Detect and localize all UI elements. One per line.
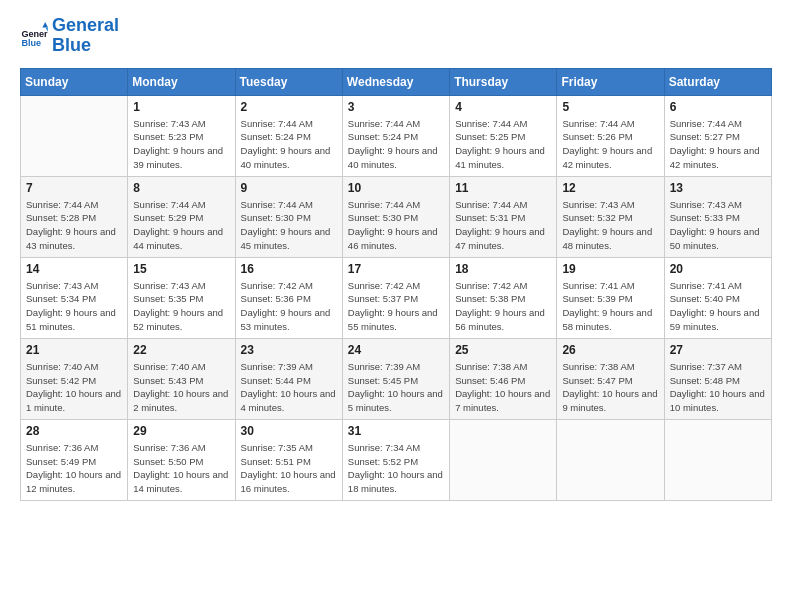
day-info: Sunrise: 7:39 AMSunset: 5:45 PMDaylight:…	[348, 360, 444, 415]
calendar-cell	[557, 419, 664, 500]
col-header-friday: Friday	[557, 68, 664, 95]
svg-marker-2	[42, 22, 48, 28]
calendar-cell: 28Sunrise: 7:36 AMSunset: 5:49 PMDayligh…	[21, 419, 128, 500]
calendar-cell: 22Sunrise: 7:40 AMSunset: 5:43 PMDayligh…	[128, 338, 235, 419]
col-header-wednesday: Wednesday	[342, 68, 449, 95]
day-info: Sunrise: 7:38 AMSunset: 5:46 PMDaylight:…	[455, 360, 551, 415]
day-number: 21	[26, 343, 122, 357]
svg-text:Blue: Blue	[21, 38, 41, 48]
calendar-cell: 5Sunrise: 7:44 AMSunset: 5:26 PMDaylight…	[557, 95, 664, 176]
day-number: 7	[26, 181, 122, 195]
calendar-cell: 20Sunrise: 7:41 AMSunset: 5:40 PMDayligh…	[664, 257, 771, 338]
calendar-cell: 15Sunrise: 7:43 AMSunset: 5:35 PMDayligh…	[128, 257, 235, 338]
calendar-cell: 4Sunrise: 7:44 AMSunset: 5:25 PMDaylight…	[450, 95, 557, 176]
calendar-cell: 10Sunrise: 7:44 AMSunset: 5:30 PMDayligh…	[342, 176, 449, 257]
calendar-cell: 11Sunrise: 7:44 AMSunset: 5:31 PMDayligh…	[450, 176, 557, 257]
day-info: Sunrise: 7:42 AMSunset: 5:38 PMDaylight:…	[455, 279, 551, 334]
calendar-cell: 24Sunrise: 7:39 AMSunset: 5:45 PMDayligh…	[342, 338, 449, 419]
day-number: 31	[348, 424, 444, 438]
calendar-week-row: 21Sunrise: 7:40 AMSunset: 5:42 PMDayligh…	[21, 338, 772, 419]
calendar-cell: 13Sunrise: 7:43 AMSunset: 5:33 PMDayligh…	[664, 176, 771, 257]
calendar-cell: 16Sunrise: 7:42 AMSunset: 5:36 PMDayligh…	[235, 257, 342, 338]
day-number: 13	[670, 181, 766, 195]
day-info: Sunrise: 7:42 AMSunset: 5:37 PMDaylight:…	[348, 279, 444, 334]
day-info: Sunrise: 7:40 AMSunset: 5:42 PMDaylight:…	[26, 360, 122, 415]
day-info: Sunrise: 7:37 AMSunset: 5:48 PMDaylight:…	[670, 360, 766, 415]
calendar-week-row: 1Sunrise: 7:43 AMSunset: 5:23 PMDaylight…	[21, 95, 772, 176]
calendar-cell: 8Sunrise: 7:44 AMSunset: 5:29 PMDaylight…	[128, 176, 235, 257]
day-info: Sunrise: 7:44 AMSunset: 5:25 PMDaylight:…	[455, 117, 551, 172]
calendar-cell: 17Sunrise: 7:42 AMSunset: 5:37 PMDayligh…	[342, 257, 449, 338]
calendar-cell: 25Sunrise: 7:38 AMSunset: 5:46 PMDayligh…	[450, 338, 557, 419]
day-number: 10	[348, 181, 444, 195]
calendar-cell: 1Sunrise: 7:43 AMSunset: 5:23 PMDaylight…	[128, 95, 235, 176]
calendar-week-row: 7Sunrise: 7:44 AMSunset: 5:28 PMDaylight…	[21, 176, 772, 257]
day-info: Sunrise: 7:44 AMSunset: 5:31 PMDaylight:…	[455, 198, 551, 253]
calendar-cell: 9Sunrise: 7:44 AMSunset: 5:30 PMDaylight…	[235, 176, 342, 257]
day-info: Sunrise: 7:44 AMSunset: 5:30 PMDaylight:…	[241, 198, 337, 253]
calendar-cell: 6Sunrise: 7:44 AMSunset: 5:27 PMDaylight…	[664, 95, 771, 176]
day-info: Sunrise: 7:36 AMSunset: 5:50 PMDaylight:…	[133, 441, 229, 496]
day-number: 27	[670, 343, 766, 357]
col-header-thursday: Thursday	[450, 68, 557, 95]
col-header-tuesday: Tuesday	[235, 68, 342, 95]
day-info: Sunrise: 7:44 AMSunset: 5:26 PMDaylight:…	[562, 117, 658, 172]
calendar-header-row: SundayMondayTuesdayWednesdayThursdayFrid…	[21, 68, 772, 95]
day-info: Sunrise: 7:36 AMSunset: 5:49 PMDaylight:…	[26, 441, 122, 496]
day-number: 8	[133, 181, 229, 195]
calendar-cell	[664, 419, 771, 500]
day-number: 11	[455, 181, 551, 195]
day-info: Sunrise: 7:40 AMSunset: 5:43 PMDaylight:…	[133, 360, 229, 415]
calendar-cell: 12Sunrise: 7:43 AMSunset: 5:32 PMDayligh…	[557, 176, 664, 257]
day-number: 17	[348, 262, 444, 276]
calendar-week-row: 14Sunrise: 7:43 AMSunset: 5:34 PMDayligh…	[21, 257, 772, 338]
day-number: 22	[133, 343, 229, 357]
calendar-cell: 19Sunrise: 7:41 AMSunset: 5:39 PMDayligh…	[557, 257, 664, 338]
day-info: Sunrise: 7:44 AMSunset: 5:30 PMDaylight:…	[348, 198, 444, 253]
logo-text: GeneralBlue	[52, 16, 119, 56]
calendar-cell: 7Sunrise: 7:44 AMSunset: 5:28 PMDaylight…	[21, 176, 128, 257]
day-number: 2	[241, 100, 337, 114]
day-info: Sunrise: 7:44 AMSunset: 5:29 PMDaylight:…	[133, 198, 229, 253]
calendar-cell	[21, 95, 128, 176]
day-number: 28	[26, 424, 122, 438]
day-number: 15	[133, 262, 229, 276]
day-number: 4	[455, 100, 551, 114]
calendar-cell: 26Sunrise: 7:38 AMSunset: 5:47 PMDayligh…	[557, 338, 664, 419]
page-header: General Blue GeneralBlue	[20, 16, 772, 56]
calendar-cell: 31Sunrise: 7:34 AMSunset: 5:52 PMDayligh…	[342, 419, 449, 500]
day-number: 20	[670, 262, 766, 276]
day-info: Sunrise: 7:41 AMSunset: 5:40 PMDaylight:…	[670, 279, 766, 334]
day-number: 25	[455, 343, 551, 357]
day-info: Sunrise: 7:43 AMSunset: 5:33 PMDaylight:…	[670, 198, 766, 253]
day-number: 5	[562, 100, 658, 114]
day-info: Sunrise: 7:43 AMSunset: 5:32 PMDaylight:…	[562, 198, 658, 253]
day-number: 19	[562, 262, 658, 276]
col-header-sunday: Sunday	[21, 68, 128, 95]
day-info: Sunrise: 7:44 AMSunset: 5:28 PMDaylight:…	[26, 198, 122, 253]
day-info: Sunrise: 7:44 AMSunset: 5:24 PMDaylight:…	[241, 117, 337, 172]
calendar-cell: 14Sunrise: 7:43 AMSunset: 5:34 PMDayligh…	[21, 257, 128, 338]
col-header-saturday: Saturday	[664, 68, 771, 95]
calendar-cell: 21Sunrise: 7:40 AMSunset: 5:42 PMDayligh…	[21, 338, 128, 419]
calendar-cell: 2Sunrise: 7:44 AMSunset: 5:24 PMDaylight…	[235, 95, 342, 176]
day-number: 30	[241, 424, 337, 438]
day-number: 26	[562, 343, 658, 357]
calendar-cell: 29Sunrise: 7:36 AMSunset: 5:50 PMDayligh…	[128, 419, 235, 500]
day-info: Sunrise: 7:34 AMSunset: 5:52 PMDaylight:…	[348, 441, 444, 496]
calendar-cell: 18Sunrise: 7:42 AMSunset: 5:38 PMDayligh…	[450, 257, 557, 338]
calendar-cell	[450, 419, 557, 500]
day-number: 24	[348, 343, 444, 357]
day-number: 3	[348, 100, 444, 114]
day-number: 18	[455, 262, 551, 276]
day-number: 29	[133, 424, 229, 438]
day-number: 12	[562, 181, 658, 195]
day-number: 16	[241, 262, 337, 276]
logo: General Blue GeneralBlue	[20, 16, 119, 56]
day-info: Sunrise: 7:43 AMSunset: 5:34 PMDaylight:…	[26, 279, 122, 334]
day-info: Sunrise: 7:44 AMSunset: 5:24 PMDaylight:…	[348, 117, 444, 172]
day-info: Sunrise: 7:43 AMSunset: 5:23 PMDaylight:…	[133, 117, 229, 172]
day-info: Sunrise: 7:35 AMSunset: 5:51 PMDaylight:…	[241, 441, 337, 496]
day-number: 9	[241, 181, 337, 195]
day-info: Sunrise: 7:43 AMSunset: 5:35 PMDaylight:…	[133, 279, 229, 334]
